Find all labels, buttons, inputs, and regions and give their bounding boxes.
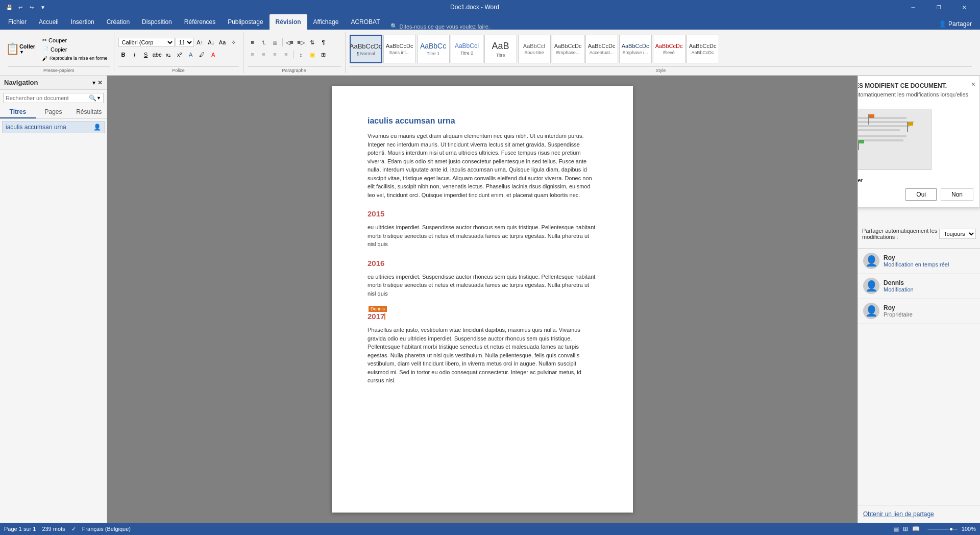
track-icon: ✓ [71,526,76,532]
align-left-button[interactable]: ≡ [248,50,258,60]
search-dropdown-icon[interactable]: ▼ [96,95,101,101]
highlight-button[interactable]: 🖊 [197,50,207,60]
justify-button[interactable]: ≡ [281,50,291,60]
redo-icon[interactable]: ↪ [27,2,37,12]
show-marks-button[interactable]: ¶ [318,37,329,47]
share-dropdown[interactable]: Toujours [939,229,976,239]
tab-fichier[interactable]: Fichier [2,14,33,30]
nav-tab-resultats[interactable]: Résultats [71,106,107,118]
multilevel-button[interactable]: ≣ [270,37,280,47]
view-normal-icon[interactable]: ▤ [893,525,899,532]
tab-affichage[interactable]: Affichage [307,14,345,30]
tab-creation[interactable]: Création [101,14,136,30]
shading-button[interactable]: ▣ [307,50,317,60]
view-web-icon[interactable]: ⊞ [903,525,908,532]
numbering-button[interactable]: ⒈ [259,37,269,47]
font-size-select[interactable]: 11 [176,38,194,47]
doc-para-1[interactable]: Vivamus eu mauris eget diam aliquam elem… [368,132,597,199]
oui-button[interactable]: Oui [905,188,937,201]
customize-icon[interactable]: ▼ [38,2,48,12]
doc-para-2[interactable]: eu ultricies imperdiet. Suspendisse auct… [368,223,597,249]
borders-button[interactable]: ⊞ [318,50,329,60]
coller-button[interactable]: 📋 Coller ▼ [8,41,33,57]
nav-close-icon[interactable]: ✕ [97,79,103,86]
notif-close-icon[interactable]: × [971,80,975,88]
font-shrink-button[interactable]: A↓ [206,37,216,47]
tab-references[interactable]: Références [178,14,222,30]
share-link-section: Obtenir un lien de partage [858,505,980,523]
notif-buttons: Oui Non [857,188,973,201]
style-emphase-intense[interactable]: AaBbCcDc Emphase i... [619,35,652,63]
undo-icon[interactable]: ↩ [15,2,26,12]
style-accentuat[interactable]: AaBbCcDc Accentuat... [585,35,618,63]
share-button[interactable]: 👤 Partager [933,18,978,30]
nav-collapse-icon[interactable]: ▾ [92,79,95,86]
copier-button[interactable]: 📄 Copier [40,45,110,54]
minimize-button[interactable]: ─ [901,0,925,14]
notif-subtitle: Voulez-vous partager automatiquement les… [857,91,973,104]
search-bar[interactable]: 🔍 Dites-nous ce que vous voulez faire. [386,23,494,30]
style-titre1[interactable]: AaBbCc Titre 1 [417,35,450,63]
italic-button[interactable]: I [130,50,140,60]
bold-button[interactable]: B [118,50,129,60]
tab-revision[interactable]: Révision [270,14,307,30]
tab-accueil[interactable]: Accueil [33,14,65,30]
nav-heading-text: iaculis accumsan urna [6,124,66,131]
style-extra[interactable]: AaBbCcDc AaBbCcDc [687,35,719,63]
subscript-button[interactable]: x₂ [163,50,174,60]
collab-role-2[interactable]: Modification [884,286,975,293]
tab-disposition[interactable]: Disposition [136,14,178,30]
tab-publipostage[interactable]: Publipostage [222,14,269,30]
close-button[interactable]: ✕ [952,0,976,14]
couper-button[interactable]: ✂ Couper [40,36,110,44]
notification-popup: × AUTRES PERSONNES MODIFIENT CE DOCUMENT… [857,76,980,207]
font-name-select[interactable]: Calibri (Corp [118,38,175,47]
tab-insertion[interactable]: Insertion [65,14,101,30]
quick-access-toolbar: 💾 ↩ ↪ ▼ [4,2,48,12]
line-spacing-button[interactable]: ↕ [296,50,306,60]
nav-tab-titres[interactable]: Titres [0,106,36,118]
strikethrough-button[interactable]: abc [152,50,162,60]
search-icon[interactable]: 🔍 [89,94,96,102]
word-count-text: 239 mots [42,526,65,532]
style-sous-titre[interactable]: AaBbCcI Sous-titre [518,35,551,63]
zoom-slider[interactable]: ─────●─ [928,525,958,532]
align-right-button[interactable]: ≡ [270,50,280,60]
collab-role-1[interactable]: Modification en temps réel [884,261,975,268]
decrease-indent-button[interactable]: ◁≡ [285,37,295,47]
reproduire-button[interactable]: 🖌 Reproduire la mise en forme [40,55,110,62]
underline-button[interactable]: S [141,50,151,60]
non-button[interactable]: Non [941,188,973,201]
doc-para-3[interactable]: eu ultricies imperdiet. Suspendisse auct… [368,273,597,298]
style-emphase[interactable]: AaBbCcDc Emphase... [552,35,584,63]
sort-button[interactable]: ⇅ [307,37,317,47]
restore-button[interactable]: ❐ [927,0,950,14]
style-normal[interactable]: AaBbCcDc ¶ Normal [350,35,382,63]
style-titre2[interactable]: AaBbCcI Titre 2 [451,35,483,63]
style-sans-interligne[interactable]: AaBbCcDc Sans int... [383,35,416,63]
save-icon[interactable]: 💾 [4,2,14,12]
nav-heading-item[interactable]: iaculis accumsan urna 👤 [2,121,105,133]
font-color-button[interactable]: A [208,50,218,60]
text-effect-button[interactable]: A [186,50,196,60]
search-input[interactable] [6,95,89,101]
notif-image [857,109,973,172]
coller-label: Coller [19,43,35,50]
superscript-button[interactable]: x² [175,50,185,60]
tab-acrobat[interactable]: ACROBAT [345,14,386,30]
document-area[interactable]: iaculis accumsan urna Vivamus eu mauris … [107,76,857,523]
font-grow-button[interactable]: A↑ [195,37,205,47]
share-link-button[interactable]: Obtenir un lien de partage [863,510,934,518]
style-eleve[interactable]: AaBbCcDc Élevé [653,35,685,63]
change-case-button[interactable]: Aa [217,37,228,47]
bullets-button[interactable]: ≡ [248,37,258,47]
collab-info-1: Roy Modification en temps réel [884,254,975,268]
increase-indent-button[interactable]: ≡▷ [296,37,306,47]
doc-para-4[interactable]: Phasellus ante justo, vestibulum vitae t… [368,326,597,385]
nav-tabs: Titres Pages Résultats [0,106,107,119]
style-titre[interactable]: AaB Titre [484,35,517,63]
nav-tab-pages[interactable]: Pages [36,106,71,118]
align-center-button[interactable]: ≡ [259,50,269,60]
view-read-icon[interactable]: 📖 [912,525,920,532]
clear-format-button[interactable]: ✧ [229,37,239,47]
